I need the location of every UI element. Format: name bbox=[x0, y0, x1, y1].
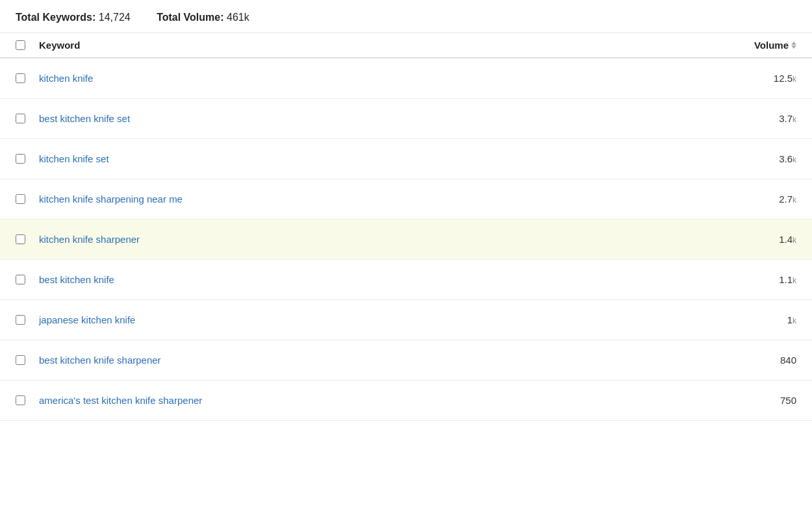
table-row: america's test kitchen knife sharpener75… bbox=[0, 381, 812, 421]
row-checkbox-col bbox=[16, 114, 39, 123]
keyword-cell[interactable]: kitchen knife sharpening near me bbox=[39, 194, 718, 205]
row-checkbox-col bbox=[16, 194, 39, 204]
keyword-cell[interactable]: japanese kitchen knife bbox=[39, 314, 718, 325]
volume-cell: 1k bbox=[718, 314, 796, 325]
volume-cell: 2.7k bbox=[718, 194, 796, 205]
keyword-cell[interactable]: kitchen knife sharpener bbox=[39, 234, 718, 245]
total-keywords-label: Total Keywords: bbox=[16, 12, 95, 23]
row-checkbox[interactable] bbox=[16, 315, 25, 325]
volume-cell: 3.6k bbox=[718, 153, 796, 164]
keyword-cell[interactable]: best kitchen knife bbox=[39, 274, 718, 285]
keyword-column-header: Keyword bbox=[39, 40, 718, 51]
table-body: kitchen knife12.5kbest kitchen knife set… bbox=[0, 58, 812, 421]
row-checkbox[interactable] bbox=[16, 355, 25, 365]
row-checkbox-col bbox=[16, 395, 39, 405]
select-all-checkbox[interactable] bbox=[16, 40, 25, 50]
volume-cell: 1.1k bbox=[718, 274, 796, 285]
keyword-cell[interactable]: america's test kitchen knife sharpener bbox=[39, 395, 718, 406]
row-checkbox[interactable] bbox=[16, 395, 25, 405]
volume-sort-icon[interactable] bbox=[791, 42, 796, 49]
row-checkbox[interactable] bbox=[16, 114, 25, 123]
row-checkbox-col bbox=[16, 73, 39, 83]
row-checkbox-col bbox=[16, 355, 39, 365]
row-checkbox-col bbox=[16, 315, 39, 325]
table-row: kitchen knife set3.6k bbox=[0, 139, 812, 179]
volume-cell: 750 bbox=[718, 395, 796, 406]
total-volume-value: 461k bbox=[227, 12, 249, 23]
row-checkbox[interactable] bbox=[16, 275, 25, 284]
table-header: Keyword Volume bbox=[0, 33, 812, 58]
keyword-cell[interactable]: best kitchen knife sharpener bbox=[39, 355, 718, 366]
total-keywords-value: 14,724 bbox=[99, 12, 131, 23]
keyword-cell[interactable]: kitchen knife bbox=[39, 73, 718, 84]
volume-cell: 1.4k bbox=[718, 234, 796, 245]
row-checkbox[interactable] bbox=[16, 194, 25, 204]
table-row: kitchen knife12.5k bbox=[0, 58, 812, 99]
row-checkbox-col bbox=[16, 275, 39, 284]
table-row: japanese kitchen knife1k bbox=[0, 300, 812, 340]
row-checkbox[interactable] bbox=[16, 73, 25, 83]
header-checkbox-col bbox=[16, 40, 39, 50]
keyword-table: Keyword Volume kitchen knife12.5kbest ki… bbox=[0, 33, 812, 421]
keyword-cell[interactable]: kitchen knife set bbox=[39, 153, 718, 164]
keyword-cell[interactable]: best kitchen knife set bbox=[39, 113, 718, 124]
volume-cell: 3.7k bbox=[718, 113, 796, 124]
table-row: best kitchen knife set3.7k bbox=[0, 99, 812, 139]
row-checkbox[interactable] bbox=[16, 154, 25, 164]
volume-column-header[interactable]: Volume bbox=[718, 40, 796, 51]
table-row: kitchen knife sharpener1.4k bbox=[0, 219, 812, 260]
table-row: kitchen knife sharpening near me2.7k bbox=[0, 179, 812, 219]
table-row: best kitchen knife1.1k bbox=[0, 260, 812, 300]
volume-cell: 12.5k bbox=[718, 73, 796, 84]
stats-bar: Total Keywords: 14,724 Total Volume: 461… bbox=[0, 0, 812, 33]
row-checkbox[interactable] bbox=[16, 234, 25, 244]
table-row: best kitchen knife sharpener840 bbox=[0, 340, 812, 381]
total-volume-label: Total Volume: bbox=[157, 12, 223, 23]
volume-cell: 840 bbox=[718, 355, 796, 366]
row-checkbox-col bbox=[16, 234, 39, 244]
row-checkbox-col bbox=[16, 154, 39, 164]
